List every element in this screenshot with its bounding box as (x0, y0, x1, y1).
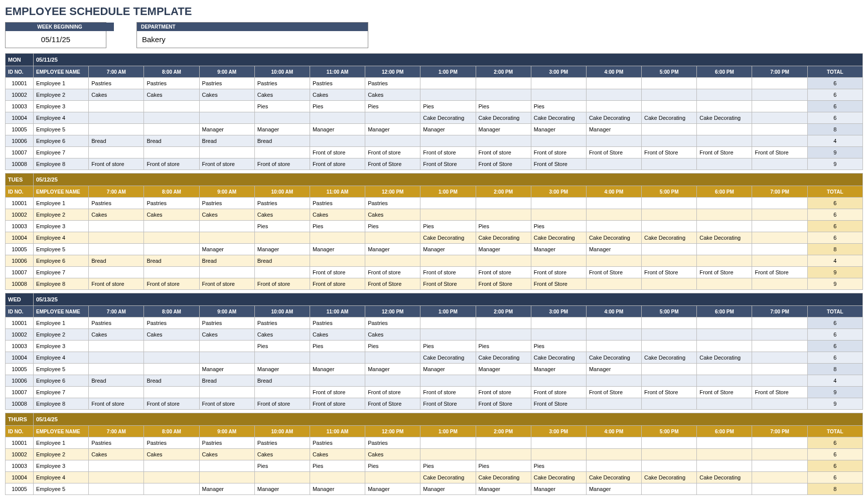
cell-hour[interactable]: Manager (420, 124, 476, 135)
cell-hour[interactable]: Cake Decorating (531, 232, 586, 244)
cell-hour[interactable]: Pastries (365, 437, 420, 449)
cell-hour[interactable]: Pies (254, 221, 310, 232)
cell-hour[interactable]: Manager (365, 483, 420, 495)
cell-hour[interactable]: Bread (254, 375, 310, 387)
cell-hour[interactable] (531, 329, 586, 341)
cell-id[interactable]: 10008 (6, 158, 34, 170)
cell-hour[interactable] (752, 364, 807, 375)
cell-hour[interactable]: Pies (254, 101, 310, 112)
cell-hour[interactable]: Front of Store (476, 278, 531, 290)
cell-hour[interactable]: Cakes (254, 209, 310, 221)
cell-hour[interactable]: Cake Decorating (476, 352, 531, 364)
cell-id[interactable]: 10005 (6, 364, 34, 375)
cell-hour[interactable] (586, 278, 641, 290)
cell-hour[interactable]: Front of Store (586, 147, 641, 158)
cell-hour[interactable] (365, 112, 420, 124)
cell-hour[interactable] (476, 449, 531, 460)
cell-hour[interactable] (586, 78, 641, 89)
cell-name[interactable]: Employee 2 (34, 329, 89, 341)
cell-hour[interactable]: Cake Decorating (531, 472, 586, 483)
cell-hour[interactable]: Front of store (89, 158, 144, 170)
cell-hour[interactable] (254, 472, 310, 483)
cell-hour[interactable] (199, 387, 254, 398)
cell-hour[interactable] (752, 209, 807, 221)
cell-hour[interactable] (642, 375, 697, 387)
cell-hour[interactable]: Cake Decorating (586, 352, 641, 364)
cell-hour[interactable] (476, 135, 531, 147)
cell-hour[interactable]: Front of Store (752, 387, 807, 398)
cell-hour[interactable]: Front of Store (531, 158, 586, 170)
cell-hour[interactable] (697, 255, 752, 267)
cell-hour[interactable] (586, 437, 641, 449)
cell-hour[interactable]: Cake Decorating (476, 232, 531, 244)
cell-hour[interactable] (697, 341, 752, 352)
cell-hour[interactable] (586, 221, 641, 232)
cell-hour[interactable] (642, 244, 697, 255)
cell-hour[interactable] (752, 124, 807, 135)
cell-hour[interactable]: Front of store (89, 278, 144, 290)
cell-hour[interactable] (752, 198, 807, 209)
cell-hour[interactable] (310, 135, 365, 147)
cell-id[interactable]: 10003 (6, 101, 34, 112)
cell-hour[interactable]: Front of Store (365, 158, 420, 170)
cell-hour[interactable]: Manager (254, 364, 310, 375)
cell-hour[interactable] (365, 375, 420, 387)
cell-hour[interactable] (144, 483, 199, 495)
cell-hour[interactable] (89, 483, 144, 495)
cell-hour[interactable]: Pastries (365, 78, 420, 89)
cell-hour[interactable] (642, 255, 697, 267)
cell-hour[interactable] (752, 472, 807, 483)
cell-hour[interactable]: Cakes (254, 449, 310, 460)
cell-hour[interactable]: Cakes (310, 329, 365, 341)
cell-hour[interactable] (586, 317, 641, 329)
cell-hour[interactable]: Bread (199, 135, 254, 147)
cell-hour[interactable] (144, 147, 199, 158)
cell-id[interactable]: 10006 (6, 375, 34, 387)
cell-id[interactable]: 10007 (6, 147, 34, 158)
cell-hour[interactable] (752, 244, 807, 255)
cell-hour[interactable] (531, 375, 586, 387)
cell-hour[interactable] (697, 449, 752, 460)
cell-hour[interactable]: Pies (420, 341, 476, 352)
cell-hour[interactable]: Cakes (365, 449, 420, 460)
cell-hour[interactable] (199, 267, 254, 278)
cell-hour[interactable]: Manager (199, 244, 254, 255)
cell-hour[interactable] (89, 147, 144, 158)
cell-hour[interactable] (697, 460, 752, 472)
cell-hour[interactable]: Front of store (254, 278, 310, 290)
cell-name[interactable]: Employee 8 (34, 158, 89, 170)
cell-hour[interactable] (752, 221, 807, 232)
cell-hour[interactable] (642, 101, 697, 112)
cell-hour[interactable]: Front of store (476, 387, 531, 398)
cell-hour[interactable] (254, 387, 310, 398)
cell-name[interactable]: Employee 2 (34, 449, 89, 460)
cell-hour[interactable]: Manager (586, 364, 641, 375)
cell-hour[interactable] (642, 158, 697, 170)
cell-hour[interactable] (531, 317, 586, 329)
cell-hour[interactable] (586, 255, 641, 267)
cell-hour[interactable]: Front of store (476, 267, 531, 278)
cell-hour[interactable] (531, 198, 586, 209)
cell-hour[interactable]: Pies (310, 101, 365, 112)
cell-id[interactable]: 10006 (6, 135, 34, 147)
cell-hour[interactable]: Front of store (365, 147, 420, 158)
cell-name[interactable]: Employee 1 (34, 437, 89, 449)
cell-hour[interactable]: Pies (476, 221, 531, 232)
cell-hour[interactable]: Cakes (89, 449, 144, 460)
cell-hour[interactable]: Cakes (199, 449, 254, 460)
cell-hour[interactable] (476, 375, 531, 387)
cell-hour[interactable] (199, 147, 254, 158)
cell-hour[interactable]: Pastries (144, 198, 199, 209)
cell-hour[interactable]: Pastries (89, 198, 144, 209)
cell-hour[interactable]: Front of store (199, 278, 254, 290)
cell-name[interactable]: Employee 7 (34, 267, 89, 278)
cell-hour[interactable] (642, 124, 697, 135)
cell-hour[interactable] (365, 472, 420, 483)
cell-hour[interactable]: Cakes (310, 89, 365, 101)
cell-hour[interactable]: Cakes (144, 329, 199, 341)
cell-hour[interactable] (586, 89, 641, 101)
cell-hour[interactable] (697, 209, 752, 221)
cell-hour[interactable]: Front of Store (531, 398, 586, 410)
cell-name[interactable]: Employee 6 (34, 135, 89, 147)
cell-hour[interactable] (199, 221, 254, 232)
